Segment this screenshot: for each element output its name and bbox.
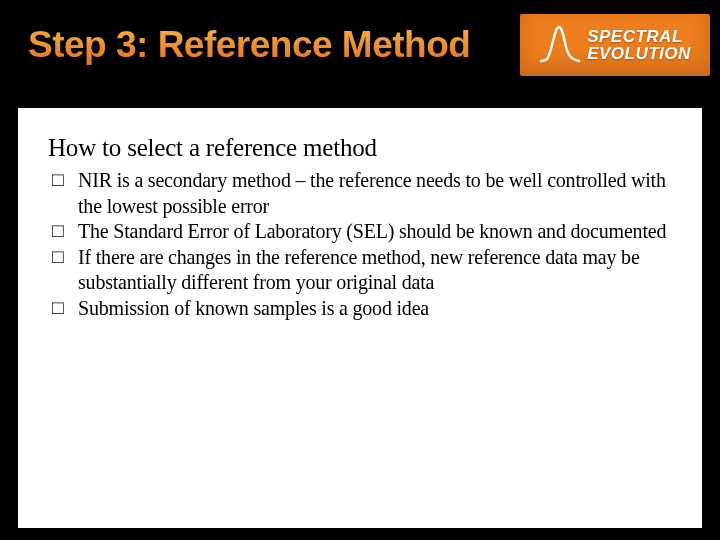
title-bar: Step 3: Reference Method SPECTRAL EVOLUT… xyxy=(0,0,720,90)
content-subheading: How to select a reference method xyxy=(48,134,672,162)
brand-line-1: SPECTRAL xyxy=(587,28,691,45)
list-item: If there are changes in the reference me… xyxy=(52,245,672,296)
bullet-list: NIR is a secondary method – the referenc… xyxy=(48,168,672,322)
brand-logo: SPECTRAL EVOLUTION xyxy=(520,14,710,76)
list-item: The Standard Error of Laboratory (SEL) s… xyxy=(52,219,672,245)
slide-title: Step 3: Reference Method xyxy=(28,24,470,66)
slide-body: How to select a reference method NIR is … xyxy=(18,108,702,528)
brand-line-2: EVOLUTION xyxy=(587,45,691,62)
brand-logo-text: SPECTRAL EVOLUTION xyxy=(587,28,691,62)
spectrum-curve-icon xyxy=(539,23,581,67)
list-item: Submission of known samples is a good id… xyxy=(52,296,672,322)
list-item: NIR is a secondary method – the referenc… xyxy=(52,168,672,219)
